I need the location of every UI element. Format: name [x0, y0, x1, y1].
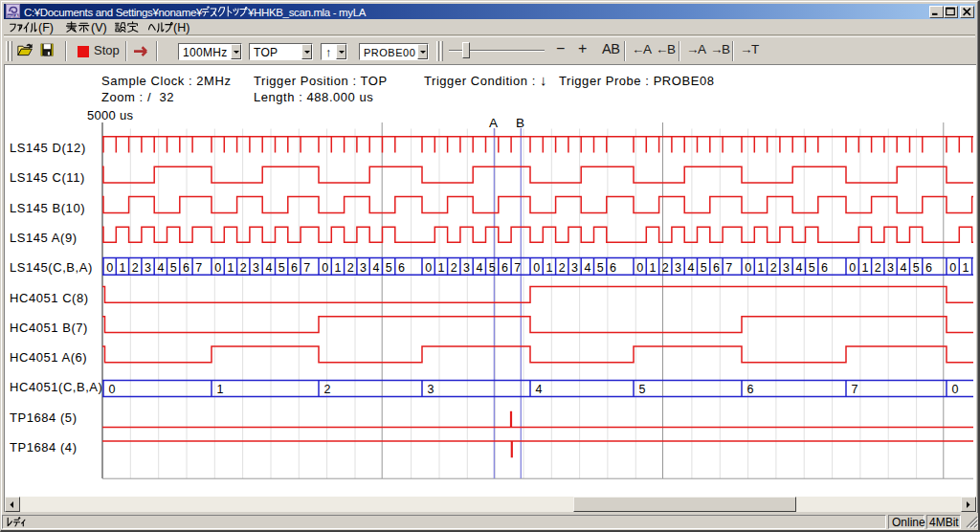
svg-text:3: 3 — [145, 261, 151, 275]
svg-text:4: 4 — [795, 261, 802, 275]
svg-text:7: 7 — [514, 261, 521, 275]
svg-text:HC4051(C,B,A): HC4051(C,B,A) — [10, 380, 102, 394]
svg-text:HC4051 A(6): HC4051 A(6) — [10, 350, 87, 365]
svg-text:3: 3 — [360, 261, 367, 275]
svg-text:1: 1 — [546, 261, 553, 275]
svg-text:HC4051 C(8): HC4051 C(8) — [10, 291, 89, 305]
svg-text:1: 1 — [862, 261, 869, 275]
svg-text:TP1684 (5): TP1684 (5) — [10, 410, 78, 425]
svg-text:7: 7 — [852, 383, 858, 396]
svg-text:7: 7 — [725, 261, 732, 275]
svg-text:0: 0 — [106, 261, 113, 275]
svg-text:4: 4 — [372, 261, 379, 275]
svg-text:0: 0 — [952, 383, 959, 396]
svg-text:1: 1 — [438, 261, 445, 275]
svg-text:0: 0 — [109, 383, 116, 396]
svg-text:2: 2 — [240, 261, 247, 275]
svg-text:1: 1 — [217, 383, 224, 396]
svg-text:0: 0 — [425, 261, 432, 275]
svg-text:5: 5 — [170, 261, 177, 275]
svg-text:5: 5 — [913, 261, 920, 275]
svg-text:3: 3 — [253, 261, 259, 275]
svg-text:7: 7 — [195, 261, 202, 275]
svg-text:0: 0 — [745, 261, 751, 275]
svg-text:7: 7 — [303, 261, 310, 275]
svg-text:HC4051 B(7): HC4051 B(7) — [10, 321, 88, 335]
svg-text:6: 6 — [821, 261, 828, 275]
svg-text:5: 5 — [278, 261, 285, 275]
svg-text:6: 6 — [610, 261, 616, 275]
svg-text:1: 1 — [335, 261, 342, 275]
svg-text:1: 1 — [228, 261, 234, 275]
svg-text:6: 6 — [398, 261, 405, 275]
svg-text:2: 2 — [770, 261, 777, 275]
svg-text:3: 3 — [887, 261, 894, 275]
svg-text:3: 3 — [675, 261, 681, 275]
svg-text:6: 6 — [501, 261, 508, 275]
svg-text:6: 6 — [747, 383, 754, 396]
svg-text:A: A — [489, 116, 498, 130]
svg-text:4: 4 — [687, 261, 694, 275]
svg-text:5: 5 — [597, 261, 604, 275]
svg-text:1: 1 — [758, 261, 765, 275]
svg-text:B: B — [516, 116, 524, 130]
svg-text:5: 5 — [809, 261, 815, 275]
svg-text:0: 0 — [322, 261, 328, 275]
svg-text:5: 5 — [701, 261, 707, 275]
svg-text:3: 3 — [571, 261, 578, 275]
svg-text:2: 2 — [324, 383, 331, 396]
svg-text:4: 4 — [476, 261, 482, 275]
svg-text:2: 2 — [662, 261, 669, 275]
svg-text:LS145 A(9): LS145 A(9) — [10, 231, 78, 245]
svg-text:4: 4 — [900, 261, 906, 275]
svg-text:0: 0 — [533, 261, 540, 275]
svg-text:3: 3 — [783, 261, 790, 275]
svg-text:5: 5 — [489, 261, 496, 275]
svg-text:6: 6 — [713, 261, 720, 275]
svg-text:1: 1 — [120, 261, 126, 275]
svg-text:1: 1 — [650, 261, 657, 275]
svg-text:4: 4 — [157, 261, 164, 275]
svg-text:TP1684 (4): TP1684 (4) — [10, 440, 78, 454]
svg-text:LS145 B(10): LS145 B(10) — [10, 201, 85, 215]
svg-text:4: 4 — [584, 261, 590, 275]
svg-text:5: 5 — [386, 261, 392, 275]
svg-text:2: 2 — [451, 261, 457, 275]
svg-text:6: 6 — [925, 261, 932, 275]
svg-text:3: 3 — [428, 383, 434, 396]
svg-text:2: 2 — [875, 261, 881, 275]
svg-text:0: 0 — [636, 261, 643, 275]
svg-text:LS145 D(12): LS145 D(12) — [10, 141, 86, 155]
svg-text:6: 6 — [183, 261, 189, 275]
svg-text:1: 1 — [963, 261, 969, 275]
svg-text:3: 3 — [463, 261, 470, 275]
svg-text:4: 4 — [536, 383, 543, 396]
svg-text:LS145(C,B,A): LS145(C,B,A) — [10, 260, 93, 275]
svg-text:2: 2 — [132, 261, 139, 275]
svg-text:2: 2 — [347, 261, 354, 275]
svg-text:0: 0 — [949, 261, 956, 275]
svg-text:0: 0 — [849, 261, 856, 275]
svg-text:LS145 C(11): LS145 C(11) — [10, 170, 85, 185]
svg-text:4: 4 — [265, 261, 272, 275]
svg-text:0: 0 — [214, 261, 221, 275]
svg-text:5: 5 — [639, 383, 646, 396]
svg-text:6: 6 — [291, 261, 298, 275]
svg-text:2: 2 — [559, 261, 566, 275]
